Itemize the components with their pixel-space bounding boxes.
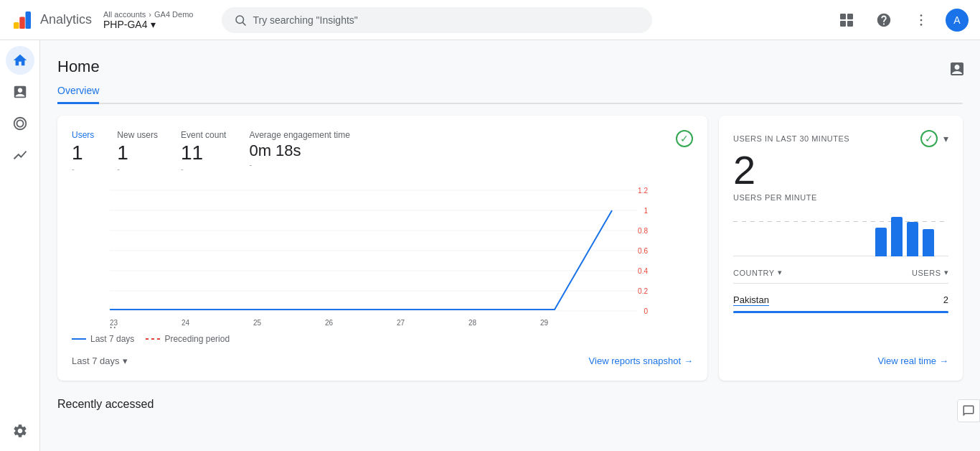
content-row: Users 1 - New users 1 - Event count 11 -…	[57, 116, 963, 381]
new-users-value: 1	[117, 141, 158, 164]
app-title: Analytics	[40, 12, 92, 27]
legend-preceding-label: Preceding period	[164, 334, 230, 344]
help-button[interactable]	[871, 7, 897, 33]
mini-bar-3	[907, 222, 918, 256]
search-placeholder: Try searching "Insights"	[253, 14, 357, 26]
realtime-check-area[interactable]: ✓ ▾	[920, 130, 948, 147]
sidebar-item-explore[interactable]	[6, 109, 34, 138]
svg-text:28: 28	[468, 319, 477, 327]
user-avatar[interactable]: A	[946, 9, 969, 32]
svg-text:0.8: 0.8	[638, 227, 648, 235]
country-bar-fill	[733, 311, 948, 313]
metric-event-count: Event count 11 -	[181, 130, 226, 173]
users-sub: -	[72, 164, 94, 173]
realtime-dropdown-icon: ▾	[943, 133, 948, 144]
svg-point-6	[920, 19, 923, 21]
svg-rect-1	[19, 17, 25, 29]
avg-engagement-sub: -	[249, 160, 350, 169]
svg-text:0: 0	[644, 307, 648, 315]
chevron-down-icon: ▾	[151, 19, 156, 30]
legend-last7: Last 7 days	[72, 334, 134, 344]
svg-text:24: 24	[182, 319, 190, 327]
svg-text:27: 27	[397, 319, 405, 327]
svg-text:1: 1	[644, 207, 648, 215]
logo-area: Analytics	[11, 9, 92, 31]
mini-bars-container	[875, 217, 934, 256]
search-icon	[234, 14, 247, 27]
sidebar-item-home[interactable]	[6, 46, 34, 75]
avg-engagement-value: 0m 18s	[249, 141, 350, 160]
metric-new-users: New users 1 -	[117, 130, 158, 173]
country-table: COUNTRY ▾ USERS ▾ Pakistan 2	[733, 265, 948, 313]
feedback-button[interactable]	[957, 399, 980, 422]
legend-line-solid	[72, 338, 86, 340]
sidebar-item-settings[interactable]	[6, 417, 34, 445]
svg-point-7	[920, 24, 923, 26]
country-col-header: COUNTRY ▾	[733, 268, 782, 277]
svg-text:25: 25	[253, 319, 262, 327]
tab-bar: Overview	[57, 79, 963, 104]
insights-button[interactable]	[946, 57, 969, 80]
sort-icon: ▾	[778, 268, 783, 277]
chart-card: Users 1 - New users 1 - Event count 11 -…	[57, 116, 707, 381]
svg-text:0.2: 0.2	[638, 287, 648, 295]
all-accounts: All accounts	[103, 10, 146, 19]
view-reports-link[interactable]: View reports snapshot →	[589, 355, 693, 366]
legend-last7-label: Last 7 days	[90, 334, 134, 344]
topbar-actions: A	[834, 7, 969, 33]
chart-legend: Last 7 days Preceding period	[72, 334, 693, 344]
line-chart-svg: 1.2 1 0.8 0.6 0.4 0.2 0	[69, 185, 696, 328]
arrow-right-icon: →	[939, 355, 948, 366]
svg-line-4	[243, 22, 246, 25]
svg-text:26: 26	[325, 319, 334, 327]
mini-bar-4	[923, 229, 934, 256]
arrow-right-icon: →	[684, 355, 693, 366]
realtime-title: USERS IN LAST 30 MINUTES	[733, 134, 849, 143]
svg-text:1.2: 1.2	[638, 187, 648, 195]
metrics-row: Users 1 - New users 1 - Event count 11 -…	[72, 130, 693, 173]
metric-users: Users 1 -	[72, 130, 94, 173]
chart-bottom: Last 7 days ▾ View reports snapshot →	[72, 355, 693, 366]
table-header: COUNTRY ▾ USERS ▾	[733, 265, 948, 284]
realtime-card: USERS IN LAST 30 MINUTES ✓ ▾ 2 USERS PER…	[719, 116, 963, 381]
property-name[interactable]: PHP-GA4 ▾	[103, 19, 193, 30]
tab-overview[interactable]: Overview	[57, 79, 99, 104]
account-selector[interactable]: All accounts › GA4 Demo PHP-GA4 ▾	[103, 10, 193, 30]
view-realtime-link[interactable]: View real time →	[878, 355, 948, 366]
sidebar-item-advertising[interactable]	[6, 141, 34, 169]
analytics-logo-icon	[11, 9, 33, 31]
search-bar[interactable]: Try searching "Insights"	[222, 7, 652, 33]
breadcrumb: All accounts › GA4 Demo	[103, 10, 193, 19]
period-selector[interactable]: Last 7 days ▾	[72, 355, 128, 366]
svg-text:0.4: 0.4	[638, 267, 648, 275]
more-options-button[interactable]	[908, 7, 934, 33]
users-value: 1	[72, 141, 94, 164]
svg-rect-2	[26, 11, 32, 29]
period-label: Last 7 days	[72, 355, 120, 366]
mini-bar-2	[891, 217, 903, 256]
sort-icon-users: ▾	[944, 268, 949, 277]
page-title: Home	[57, 57, 963, 76]
users-label: Users	[72, 130, 94, 140]
sidebar-item-reports[interactable]	[6, 78, 34, 106]
view-realtime-label: View real time	[878, 355, 936, 366]
check-icon: ✓	[676, 130, 693, 147]
event-count-value: 11	[181, 141, 226, 164]
feedback-icon	[962, 404, 975, 417]
svg-text:May: May	[110, 326, 123, 328]
breadcrumb-arrow: ›	[149, 10, 151, 19]
apps-button[interactable]	[834, 7, 859, 33]
country-name[interactable]: Pakistan	[733, 294, 769, 305]
country-users-value: 2	[943, 294, 948, 305]
svg-point-3	[236, 16, 244, 24]
legend-preceding: Preceding period	[146, 334, 230, 344]
new-users-sub: -	[117, 164, 158, 173]
svg-text:0.6: 0.6	[638, 247, 648, 255]
metric-avg-engagement: Average engagement time 0m 18s -	[249, 130, 350, 169]
users-col-header: USERS ▾	[912, 268, 948, 277]
realtime-per-minute-label: USERS PER MINUTE	[733, 193, 948, 202]
realtime-header: USERS IN LAST 30 MINUTES ✓ ▾	[733, 130, 948, 147]
sidebar	[0, 40, 40, 451]
table-row: Pakistan 2	[733, 289, 948, 310]
event-count-sub: -	[181, 164, 226, 173]
